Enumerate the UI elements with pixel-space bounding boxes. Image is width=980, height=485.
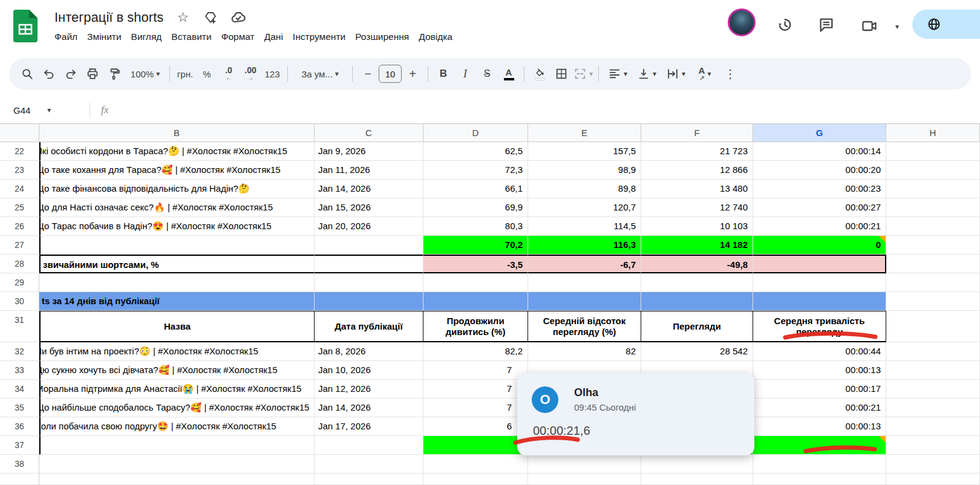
- cell[interactable]: [886, 399, 980, 417]
- cell[interactable]: Jan 11, 2026: [315, 161, 423, 180]
- cell[interactable]: 00:00:44: [753, 342, 886, 361]
- document-status-icon[interactable]: [230, 9, 247, 26]
- menu-Розширення[interactable]: Розширення: [350, 30, 414, 44]
- cell[interactable]: 21 723: [641, 142, 753, 161]
- name-box-caret-icon[interactable]: ▾: [47, 106, 51, 114]
- cell[interactable]: Чи був інтим на проекті?😳 | #Холостяк #Х…: [39, 342, 315, 361]
- cell[interactable]: [886, 361, 980, 380]
- cell[interactable]: 12 740: [641, 198, 753, 217]
- cell[interactable]: [886, 380, 980, 399]
- cell[interactable]: [886, 142, 980, 161]
- column-header-H[interactable]: H: [886, 124, 980, 142]
- row-header[interactable]: [0, 474, 39, 485]
- row-header[interactable]: 24: [0, 180, 39, 198]
- menu-Вигляд[interactable]: Вигляд: [126, 30, 167, 44]
- cell[interactable]: Що Тарас побачив в Надін?😍 | #Холостяк #…: [39, 217, 315, 236]
- borders-button[interactable]: [550, 63, 572, 85]
- increase-font-size-button[interactable]: +: [402, 63, 423, 85]
- cell[interactable]: [886, 255, 980, 273]
- cell[interactable]: 28 542: [641, 342, 753, 361]
- meet-video-icon[interactable]: [861, 18, 878, 34]
- cell[interactable]: [528, 292, 641, 311]
- cell[interactable]: Що найбільше сподобалось Тарасу?🥰 | #Хол…: [39, 399, 315, 417]
- cell[interactable]: [886, 455, 980, 474]
- cell[interactable]: [39, 436, 315, 455]
- text-wrapping-button[interactable]: ▾: [661, 63, 690, 85]
- column-header-C[interactable]: C: [315, 124, 423, 142]
- cell[interactable]: [886, 236, 980, 255]
- paint-format-icon[interactable]: [103, 63, 125, 85]
- cell[interactable]: 114,5: [528, 217, 641, 236]
- cell[interactable]: 157,5: [528, 142, 641, 161]
- row-header[interactable]: 26: [0, 217, 39, 236]
- cell[interactable]: 66,1: [423, 180, 528, 198]
- cell[interactable]: [641, 455, 753, 474]
- cell[interactable]: 0: [753, 236, 886, 255]
- cell[interactable]: 00:00:21: [753, 399, 886, 417]
- cell[interactable]: ts за 14 днів від публікації: [39, 292, 315, 311]
- redo-icon[interactable]: [60, 63, 82, 85]
- cell[interactable]: 00:00:23: [753, 180, 886, 198]
- account-avatar[interactable]: [728, 8, 756, 36]
- italic-button[interactable]: I: [454, 63, 476, 85]
- cell[interactable]: [423, 436, 528, 455]
- row-header[interactable]: 35: [0, 399, 39, 417]
- cell[interactable]: Jan 20, 2026: [315, 217, 423, 236]
- font-size-input[interactable]: 10: [379, 63, 402, 85]
- cell[interactable]: 120,7: [528, 198, 641, 217]
- comments-icon[interactable]: [818, 16, 835, 33]
- add-label-icon[interactable]: [202, 9, 219, 26]
- cell[interactable]: [886, 161, 980, 180]
- cell[interactable]: 62,5: [423, 142, 528, 161]
- row-header[interactable]: 27: [0, 236, 39, 255]
- menu-Файл[interactable]: Файл: [50, 30, 82, 44]
- cell[interactable]: [886, 417, 980, 436]
- column-header-E[interactable]: E: [528, 124, 641, 142]
- cell[interactable]: [39, 273, 315, 292]
- row-header[interactable]: 22: [0, 142, 39, 161]
- cell[interactable]: [753, 455, 886, 474]
- search-icon[interactable]: [16, 63, 38, 85]
- cell[interactable]: [315, 455, 423, 474]
- row-header[interactable]: 25: [0, 198, 39, 217]
- cell[interactable]: [886, 342, 980, 361]
- text-rotation-button[interactable]: A↗ ▾: [690, 63, 719, 85]
- cell[interactable]: Які особисті кордони в Тараса?🤔 | #Холос…: [39, 142, 315, 161]
- cell[interactable]: [39, 236, 315, 255]
- cell[interactable]: 13 480: [641, 180, 753, 198]
- cell[interactable]: [886, 311, 980, 342]
- cell[interactable]: Дата публікації: [315, 311, 423, 342]
- cell[interactable]: 82,2: [423, 342, 528, 361]
- bold-button[interactable]: B: [433, 63, 454, 85]
- cell[interactable]: [423, 292, 528, 311]
- row-header[interactable]: 38: [0, 455, 39, 474]
- merge-cells-button[interactable]: ▾: [572, 63, 594, 85]
- cell[interactable]: [886, 217, 980, 236]
- cell[interactable]: [886, 180, 980, 198]
- row-header[interactable]: 28: [0, 255, 39, 273]
- formula-input[interactable]: [108, 97, 980, 123]
- cell[interactable]: [39, 455, 315, 474]
- print-icon[interactable]: [82, 63, 103, 85]
- cell[interactable]: 70,2: [423, 236, 528, 255]
- cell[interactable]: Jan 14, 2026: [315, 180, 423, 198]
- cell[interactable]: [315, 436, 423, 455]
- cell[interactable]: [315, 474, 423, 485]
- cell[interactable]: 7: [423, 361, 528, 380]
- cell[interactable]: 00:00:14: [753, 142, 886, 161]
- cell[interactable]: 00:00:21: [753, 217, 886, 236]
- cell[interactable]: 00:00:17: [753, 380, 886, 399]
- cell[interactable]: [753, 273, 886, 292]
- cell[interactable]: 12 866: [641, 161, 753, 180]
- column-header-B[interactable]: B: [39, 124, 315, 142]
- sheets-logo-icon[interactable]: [13, 10, 38, 42]
- column-header-F[interactable]: F: [641, 124, 753, 142]
- cell[interactable]: Назва: [39, 311, 315, 342]
- cell[interactable]: Jan 15, 2026: [315, 198, 423, 217]
- cell[interactable]: 72,3: [423, 161, 528, 180]
- cell[interactable]: [886, 474, 980, 485]
- cell[interactable]: -49,8: [641, 255, 753, 273]
- cell[interactable]: 80,3: [423, 217, 528, 236]
- cell[interactable]: 00:00:13: [753, 417, 886, 436]
- cell[interactable]: 116,3: [528, 236, 641, 255]
